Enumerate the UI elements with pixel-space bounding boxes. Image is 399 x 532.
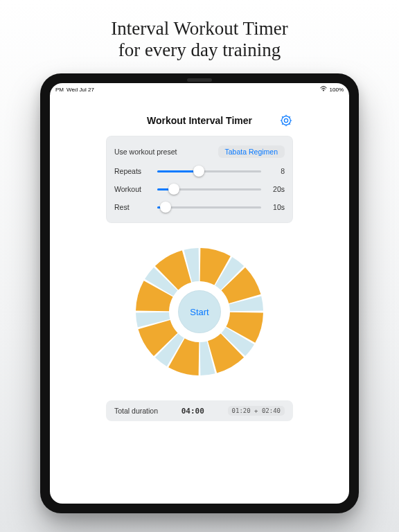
svg-line-6 — [282, 116, 283, 118]
repeats-label: Repeats — [114, 167, 157, 175]
gear-icon — [280, 114, 292, 127]
rest-value: 10s — [261, 203, 285, 211]
hero-title: Interval Workout Timer for every day tra… — [111, 18, 287, 61]
hero-line-1: Interval Workout Timer — [111, 18, 287, 39]
device-notch — [187, 78, 212, 82]
settings-panel: Use workout preset Tabata Regimen Repeat… — [106, 136, 293, 223]
rest-slider[interactable] — [157, 202, 261, 212]
device-screen: PM Wed Jul 27 100% Workout Interval Time… — [50, 83, 349, 504]
repeats-row: Repeats 8 — [114, 162, 285, 180]
app-title: Workout Interval Timer — [147, 115, 252, 126]
hero-line-2: for every day training — [118, 39, 281, 60]
svg-line-8 — [282, 123, 283, 125]
tablet-frame: PM Wed Jul 27 100% Workout Interval Time… — [40, 73, 359, 513]
interval-ring: Start — [130, 242, 269, 381]
app-content: Workout Interval Timer Use workout prese… — [50, 94, 349, 504]
start-button[interactable]: Start — [178, 290, 221, 333]
svg-point-10 — [284, 118, 287, 122]
app-title-row: Workout Interval Timer — [106, 115, 293, 126]
preset-label: Use workout preset — [114, 148, 177, 156]
svg-line-7 — [289, 123, 290, 125]
svg-line-9 — [289, 116, 290, 118]
status-battery: 100% — [330, 87, 344, 93]
wifi-icon — [320, 86, 327, 93]
workout-slider[interactable] — [157, 184, 261, 194]
duration-label: Total duration — [114, 407, 158, 415]
rest-label: Rest — [114, 203, 157, 211]
workout-value: 20s — [261, 185, 285, 193]
duration-total: 04:00 — [181, 407, 204, 416]
rest-row: Rest 10s — [114, 198, 285, 216]
status-date: Wed Jul 27 — [66, 87, 94, 93]
status-time: PM — [55, 87, 64, 93]
settings-button[interactable] — [279, 114, 293, 127]
repeats-slider[interactable] — [157, 166, 261, 176]
svg-point-0 — [323, 90, 323, 91]
preset-button[interactable]: Tabata Regimen — [218, 145, 285, 158]
workout-row: Workout 20s — [114, 180, 285, 198]
duration-split: 01:20 + 02:40 — [228, 406, 285, 416]
repeats-value: 8 — [261, 167, 285, 175]
duration-panel: Total duration 04:00 01:20 + 02:40 — [106, 400, 293, 421]
workout-label: Workout — [114, 185, 157, 193]
status-bar: PM Wed Jul 27 100% — [50, 83, 349, 94]
preset-row: Use workout preset Tabata Regimen — [114, 143, 285, 161]
